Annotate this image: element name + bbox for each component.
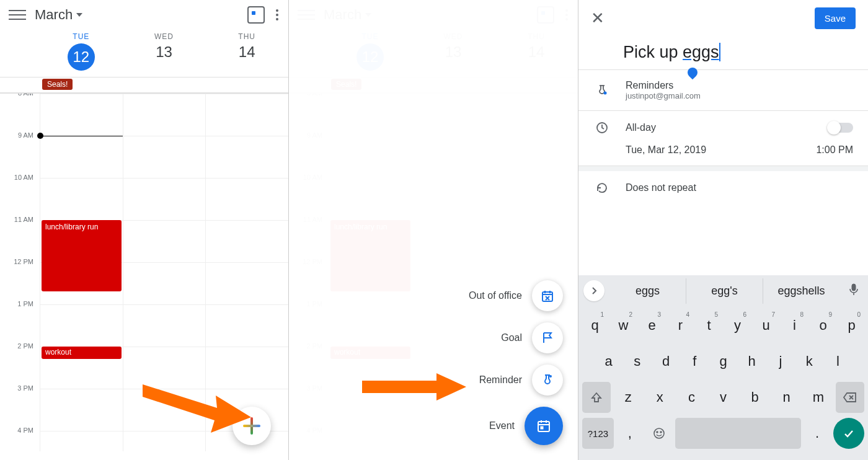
flag-icon [532, 322, 563, 353]
allday-label: All-day [626, 122, 656, 133]
svg-point-11 [660, 431, 662, 433]
reminder-date: Tue, Mar 12, 2019 [626, 144, 706, 156]
key-z[interactable]: z [614, 382, 642, 413]
key-u[interactable]: u7 [753, 310, 779, 341]
key-l[interactable]: l [825, 346, 851, 377]
menu-icon[interactable] [9, 6, 26, 24]
allday-row: Seals! [0, 77, 288, 94]
now-indicator-line [40, 136, 123, 136]
day-header-tue[interactable]: TUE 12 [40, 30, 123, 77]
suggestion-expand-icon[interactable] [583, 280, 604, 301]
period-key[interactable]: . [804, 418, 830, 449]
key-h[interactable]: h [739, 346, 764, 377]
key-x[interactable]: x [645, 382, 674, 413]
repeat-icon [593, 181, 611, 195]
account-label: Reminders [626, 80, 701, 91]
account-row[interactable]: Reminders justinpot@gmail.com [578, 70, 868, 111]
emoji-key[interactable] [646, 418, 672, 449]
key-a[interactable]: a [596, 346, 621, 377]
repeat-label: Does not repeat [626, 182, 696, 193]
create-fab[interactable] [232, 407, 271, 445]
svg-rect-8 [852, 284, 856, 291]
key-g[interactable]: g [711, 346, 736, 377]
time-grid[interactable]: 8 AM 9 AM 10 AM 11 AM 12 PM 1 PM 2 PM 3 … [0, 94, 288, 451]
enter-key[interactable] [833, 418, 864, 449]
svg-rect-4 [541, 427, 543, 429]
annotation-arrow-2 [362, 372, 467, 403]
svg-marker-5 [362, 373, 466, 400]
key-i[interactable]: i8 [782, 310, 807, 341]
key-p[interactable]: p0 [839, 310, 864, 341]
day-headers: TUE 12 WED 13 THU 14 [0, 30, 288, 77]
sd-event[interactable]: Event [489, 407, 563, 445]
day-col-wed[interactable] [123, 94, 206, 451]
calendar-speed-dial-view: March TUE12 WED13 THU14 Seals! 8 AM9 AM1… [289, 0, 578, 460]
allday-row[interactable]: All-day [578, 111, 868, 139]
reminder-time: 1:00 PM [816, 144, 853, 156]
space-key[interactable] [675, 418, 801, 449]
key-v[interactable]: v [709, 382, 737, 413]
suggestion-2[interactable]: egg's [686, 278, 763, 304]
symbols-key[interactable]: ?123 [582, 418, 614, 449]
plus-icon [243, 417, 260, 435]
key-k[interactable]: k [797, 346, 822, 377]
calendar-3day-view: March TUE 12 WED 13 THU 14 Seals! 8 [0, 0, 289, 460]
sd-goal[interactable]: Goal [501, 322, 563, 353]
key-d[interactable]: d [653, 346, 678, 377]
mic-icon[interactable] [844, 283, 863, 299]
event-lunch[interactable]: lunch/library run [42, 220, 122, 291]
key-s[interactable]: s [624, 346, 650, 377]
key-b[interactable]: b [741, 382, 769, 413]
reminder-icon [532, 365, 563, 396]
key-o[interactable]: o9 [810, 310, 836, 341]
event-workout[interactable]: workout [42, 347, 122, 359]
key-e[interactable]: e3 [639, 310, 665, 341]
shift-key[interactable] [582, 382, 611, 413]
key-j[interactable]: j [768, 346, 793, 377]
key-f[interactable]: f [682, 346, 707, 377]
day-col-thu[interactable] [205, 94, 288, 451]
comma-key[interactable]: , [617, 418, 643, 449]
new-reminder-sheet: ✕ Save Pick up eggs​ Reminders justinpot… [578, 0, 868, 460]
account-email: justinpot@gmail.com [626, 91, 701, 100]
suggestion-3[interactable]: eggshells [763, 278, 839, 304]
svg-point-2 [549, 375, 552, 378]
on-screen-keyboard: eggs egg's eggshells q1w2e3r4t5y6u7i8o9p… [578, 275, 868, 460]
clock-icon [593, 121, 611, 135]
repeat-row[interactable]: Does not repeat [578, 171, 868, 205]
allday-event-seals[interactable]: Seals! [42, 79, 73, 90]
save-button[interactable]: Save [815, 7, 856, 29]
day-header-thu[interactable]: THU 14 [205, 30, 288, 77]
svg-rect-1 [542, 292, 552, 301]
datetime-row[interactable]: Tue, Mar 12, 2019 1:00 PM [578, 139, 868, 166]
svg-point-9 [654, 428, 664, 438]
close-icon[interactable]: ✕ [591, 9, 604, 28]
reminder-icon [593, 84, 611, 97]
backspace-key[interactable] [836, 382, 864, 413]
key-y[interactable]: y6 [725, 310, 750, 341]
sd-reminder[interactable]: Reminder [479, 365, 563, 396]
reminder-title-input[interactable]: Pick up eggs​ [578, 37, 868, 70]
svg-rect-3 [538, 422, 549, 431]
key-n[interactable]: n [773, 382, 801, 413]
day-header-wed[interactable]: WED 13 [123, 30, 206, 77]
day-col-tue[interactable]: lunch/library run workout [40, 94, 123, 451]
suggestion-1[interactable]: eggs [609, 278, 686, 304]
svg-point-10 [657, 431, 658, 433]
key-t[interactable]: t5 [696, 310, 722, 341]
today-icon[interactable] [247, 6, 265, 24]
time-labels: 8 AM 9 AM 10 AM 11 AM 12 PM 1 PM 2 PM 3 … [0, 94, 40, 451]
key-w[interactable]: w2 [611, 310, 636, 341]
key-r[interactable]: r4 [668, 310, 693, 341]
calendar-x-icon [532, 280, 563, 311]
allday-toggle[interactable] [828, 123, 853, 133]
sd-out-of-office[interactable]: Out of office [469, 280, 563, 311]
more-icon[interactable] [273, 7, 281, 23]
key-m[interactable]: m [804, 382, 833, 413]
key-c[interactable]: c [677, 382, 706, 413]
calendar-icon [525, 407, 563, 445]
key-q[interactable]: q1 [582, 310, 608, 341]
svg-point-6 [604, 91, 607, 94]
month-selector[interactable]: March [35, 7, 82, 23]
